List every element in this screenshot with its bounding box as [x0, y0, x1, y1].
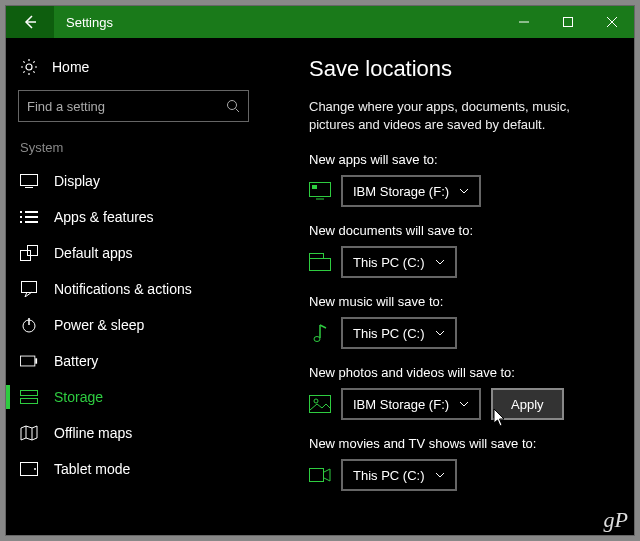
close-button[interactable]: [590, 6, 634, 38]
sidebar-item-tablet-mode[interactable]: Tablet mode: [6, 451, 261, 487]
maximize-button[interactable]: [546, 6, 590, 38]
setting-movies-tv: New movies and TV shows will save to: Th…: [309, 436, 614, 491]
sidebar-item-apps-features[interactable]: Apps & features: [6, 199, 261, 235]
sidebar-item-label: Storage: [54, 389, 103, 405]
search-icon: [226, 99, 240, 113]
minimize-icon: [519, 17, 529, 27]
setting-label: New apps will save to:: [309, 152, 614, 167]
sidebar-item-label: Power & sleep: [54, 317, 144, 333]
sidebar-item-label: Notifications & actions: [54, 281, 192, 297]
svg-point-5: [228, 101, 237, 110]
power-icon: [20, 316, 38, 334]
sidebar-item-battery[interactable]: Battery: [6, 343, 261, 379]
dropdown-value: IBM Storage (F:): [353, 184, 449, 199]
sidebar-item-label: Battery: [54, 353, 98, 369]
display-icon: [20, 172, 38, 190]
music-drive-icon: [309, 323, 331, 343]
music-location-dropdown[interactable]: This PC (C:): [341, 317, 457, 349]
search-placeholder: Find a setting: [27, 99, 226, 114]
defaults-icon: [20, 244, 38, 262]
movies-drive-icon: [309, 465, 331, 485]
sidebar-item-display[interactable]: Display: [6, 163, 261, 199]
content-panel: Save locations Change where your apps, d…: [261, 38, 634, 535]
svg-rect-7: [21, 175, 38, 186]
sidebar-item-label: Tablet mode: [54, 461, 130, 477]
watermark: gP: [604, 507, 628, 533]
titlebar: Settings: [6, 6, 634, 38]
svg-rect-33: [310, 396, 331, 413]
svg-rect-30: [310, 254, 324, 259]
sidebar-item-label: Offline maps: [54, 425, 132, 441]
list-icon: [20, 208, 38, 226]
map-icon: [20, 424, 38, 442]
apps-location-dropdown[interactable]: IBM Storage (F:): [341, 175, 481, 207]
svg-rect-26: [310, 183, 331, 197]
back-button[interactable]: [6, 6, 54, 38]
gear-icon: [20, 58, 38, 76]
sidebar-item-storage[interactable]: Storage: [6, 379, 261, 415]
setting-photos-videos: New photos and videos will save to: IBM …: [309, 365, 614, 420]
svg-rect-21: [35, 358, 37, 363]
apply-button[interactable]: Apply: [491, 388, 564, 420]
svg-rect-29: [310, 259, 331, 271]
svg-point-34: [314, 399, 318, 403]
maximize-icon: [563, 17, 573, 27]
sidebar-item-default-apps[interactable]: Default apps: [6, 235, 261, 271]
window-title: Settings: [54, 15, 502, 30]
search-input[interactable]: Find a setting: [18, 90, 249, 122]
arrow-left-icon: [22, 14, 38, 30]
chevron-down-icon: [459, 188, 469, 194]
battery-icon: [20, 352, 38, 370]
chevron-down-icon: [459, 401, 469, 407]
documents-drive-icon: [309, 252, 331, 272]
home-label: Home: [52, 59, 89, 75]
svg-rect-22: [21, 391, 38, 396]
storage-icon: [20, 388, 38, 406]
svg-rect-20: [20, 356, 34, 366]
documents-location-dropdown[interactable]: This PC (C:): [341, 246, 457, 278]
page-title: Save locations: [309, 56, 614, 82]
chevron-down-icon: [435, 330, 445, 336]
setting-label: New documents will save to:: [309, 223, 614, 238]
setting-apps: New apps will save to: IBM Storage (F:): [309, 152, 614, 207]
apps-drive-icon: [309, 181, 331, 201]
svg-line-6: [236, 109, 240, 113]
home-button[interactable]: Home: [6, 50, 261, 90]
window-body: Home Find a setting System Display Apps …: [6, 38, 634, 535]
sidebar: Home Find a setting System Display Apps …: [6, 38, 261, 535]
sidebar-item-power-sleep[interactable]: Power & sleep: [6, 307, 261, 343]
tablet-icon: [20, 460, 38, 478]
sidebar-item-label: Display: [54, 173, 100, 189]
settings-window: Settings Home Find a setting System: [5, 5, 635, 536]
svg-point-4: [26, 64, 32, 70]
sidebar-item-label: Apps & features: [54, 209, 154, 225]
setting-label: New photos and videos will save to:: [309, 365, 614, 380]
svg-rect-27: [312, 185, 317, 189]
setting-music: New music will save to: This PC (C:): [309, 294, 614, 349]
minimize-button[interactable]: [502, 6, 546, 38]
dropdown-value: This PC (C:): [353, 468, 425, 483]
svg-rect-23: [21, 399, 38, 404]
photos-location-dropdown[interactable]: IBM Storage (F:): [341, 388, 481, 420]
page-description: Change where your apps, documents, music…: [309, 98, 614, 134]
photos-drive-icon: [309, 394, 331, 414]
setting-label: New movies and TV shows will save to:: [309, 436, 614, 451]
dropdown-value: This PC (C:): [353, 255, 425, 270]
svg-rect-17: [22, 282, 37, 293]
svg-rect-1: [564, 18, 573, 27]
chevron-down-icon: [435, 472, 445, 478]
svg-rect-35: [310, 469, 324, 482]
movies-location-dropdown[interactable]: This PC (C:): [341, 459, 457, 491]
svg-point-32: [314, 337, 320, 342]
setting-label: New music will save to:: [309, 294, 614, 309]
chevron-down-icon: [435, 259, 445, 265]
sidebar-item-offline-maps[interactable]: Offline maps: [6, 415, 261, 451]
apply-label: Apply: [511, 397, 544, 412]
svg-point-25: [34, 468, 36, 470]
category-label: System: [6, 136, 261, 163]
dropdown-value: This PC (C:): [353, 326, 425, 341]
close-icon: [607, 17, 617, 27]
setting-documents: New documents will save to: This PC (C:): [309, 223, 614, 278]
sidebar-item-notifications[interactable]: Notifications & actions: [6, 271, 261, 307]
sidebar-item-label: Default apps: [54, 245, 133, 261]
